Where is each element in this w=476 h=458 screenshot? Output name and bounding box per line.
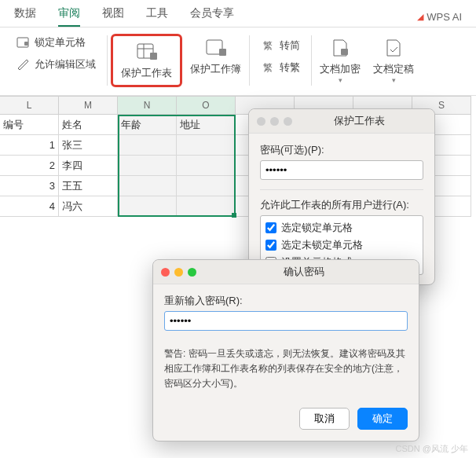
cell[interactable]: 张三 bbox=[59, 135, 118, 156]
cell[interactable] bbox=[177, 135, 236, 156]
svg-rect-8 bbox=[341, 49, 348, 55]
cell[interactable]: 3 bbox=[0, 176, 59, 196]
checkbox[interactable] bbox=[265, 240, 276, 251]
to-traditional-button[interactable]: 繁 转繁 bbox=[259, 59, 302, 76]
minimize-icon[interactable] bbox=[174, 268, 183, 277]
col-header[interactable]: M bbox=[59, 96, 118, 115]
tab-view[interactable]: 视图 bbox=[102, 6, 124, 27]
sheet-lock-icon bbox=[135, 41, 159, 63]
highlighted-button: 保护工作表 bbox=[111, 34, 182, 87]
file-check-icon bbox=[382, 37, 405, 59]
tab-member[interactable]: 会员专享 bbox=[190, 6, 234, 27]
cell[interactable]: 2 bbox=[0, 156, 59, 176]
label: 选定锁定单元格 bbox=[281, 221, 353, 235]
cell[interactable] bbox=[118, 135, 177, 156]
col-header[interactable]: N bbox=[118, 96, 177, 115]
chinese-icon: 繁 bbox=[261, 60, 275, 75]
permissions-label: 允许此工作表的所有用户进行(A): bbox=[260, 198, 423, 212]
cell[interactable]: 李四 bbox=[59, 156, 118, 176]
label: 锁定单元格 bbox=[35, 35, 86, 49]
cell[interactable]: 冯六 bbox=[59, 196, 118, 217]
label: 选定未锁定单元格 bbox=[281, 238, 363, 252]
dialog-title: 确认密码 bbox=[196, 265, 411, 279]
cell[interactable] bbox=[177, 196, 236, 217]
label: 文档加密 bbox=[320, 62, 361, 76]
wps-ai-icon: ◢ bbox=[417, 12, 423, 22]
cell[interactable]: 年龄 bbox=[118, 115, 177, 135]
file-lock-icon bbox=[328, 37, 352, 59]
cell[interactable]: 姓名 bbox=[59, 115, 118, 135]
cell[interactable] bbox=[177, 156, 236, 176]
dialog-titlebar[interactable]: 确认密码 bbox=[153, 260, 419, 284]
close-icon[interactable] bbox=[257, 117, 265, 126]
cell[interactable] bbox=[177, 176, 236, 196]
finalize-doc-button[interactable]: 文档定稿 ▾ bbox=[368, 34, 419, 87]
watermark: CSDN @风流 少年 bbox=[396, 443, 468, 455]
col-header[interactable]: O bbox=[177, 96, 236, 115]
chevron-down-icon: ▾ bbox=[339, 76, 342, 84]
cell[interactable] bbox=[118, 196, 177, 217]
label: 转繁 bbox=[280, 60, 300, 75]
label: 文档定稿 bbox=[373, 62, 414, 76]
tab-review[interactable]: 审阅 bbox=[58, 6, 80, 27]
tab-tools[interactable]: 工具 bbox=[146, 6, 168, 27]
password-label: 密码(可选)(P): bbox=[260, 143, 423, 157]
divider bbox=[107, 35, 108, 86]
tab-data[interactable]: 数据 bbox=[14, 6, 36, 27]
ribbon-toolbar: 锁定单元格 允许编辑区域 保护工作表 保护工作簿 繁 转简 繁 bbox=[0, 27, 476, 96]
cell[interactable]: 地址 bbox=[177, 115, 236, 135]
ok-button[interactable]: 确定 bbox=[357, 408, 408, 430]
maximize-icon[interactable] bbox=[284, 117, 292, 126]
confirm-password-dialog: 确认密码 重新输入密码(R): 警告: 密码一旦丢失或遗忘，则无法恢复。建议将密… bbox=[152, 259, 419, 442]
perm-item[interactable]: 选定锁定单元格 bbox=[265, 219, 418, 236]
protect-workbook-button[interactable]: 保护工作簿 bbox=[185, 34, 246, 79]
col-header[interactable]: L bbox=[0, 96, 59, 115]
maximize-icon[interactable] bbox=[188, 268, 196, 277]
dialog-titlebar[interactable]: 保护工作表 bbox=[249, 109, 434, 134]
lock-icon bbox=[16, 35, 30, 49]
allow-edit-range-button[interactable]: 允许编辑区域 bbox=[14, 56, 97, 73]
protect-sheet-button[interactable]: 保护工作表 bbox=[116, 38, 177, 83]
chinese-icon: 繁 bbox=[261, 38, 275, 53]
cancel-button[interactable]: 取消 bbox=[299, 408, 350, 430]
confirm-password-input[interactable] bbox=[164, 311, 408, 331]
workbook-lock-icon bbox=[204, 37, 228, 59]
cell[interactable] bbox=[118, 176, 177, 196]
close-icon[interactable] bbox=[161, 268, 170, 277]
wps-ai-button[interactable]: ◢ WPS AI bbox=[417, 6, 462, 27]
cell[interactable]: 王五 bbox=[59, 176, 118, 196]
password-input[interactable] bbox=[260, 160, 423, 180]
cell[interactable]: 4 bbox=[0, 196, 59, 217]
password-label: 重新输入密码(R): bbox=[164, 294, 408, 308]
checkbox[interactable] bbox=[265, 222, 276, 233]
label: 保护工作簿 bbox=[190, 62, 241, 76]
to-simplified-button[interactable]: 繁 转简 bbox=[259, 37, 302, 54]
cell[interactable] bbox=[118, 156, 177, 176]
pencil-range-icon bbox=[16, 57, 30, 71]
warning-text: 警告: 密码一旦丢失或遗忘，则无法恢复。建议将密码及其相应工作簿和工作表名称的列… bbox=[164, 346, 408, 392]
wps-ai-label: WPS AI bbox=[427, 11, 462, 23]
divider bbox=[311, 35, 312, 86]
dialog-title: 保护工作表 bbox=[292, 114, 427, 128]
lock-cell-button[interactable]: 锁定单元格 bbox=[14, 34, 97, 51]
label: 保护工作表 bbox=[121, 66, 172, 80]
minimize-icon[interactable] bbox=[270, 117, 279, 126]
divider bbox=[249, 35, 250, 86]
label: 允许编辑区域 bbox=[35, 57, 96, 71]
cell[interactable]: 编号 bbox=[0, 115, 59, 135]
label: 转简 bbox=[280, 38, 300, 53]
cell[interactable]: 1 bbox=[0, 135, 59, 156]
svg-rect-1 bbox=[24, 42, 28, 46]
svg-rect-7 bbox=[219, 49, 226, 56]
svg-rect-5 bbox=[150, 53, 157, 60]
encrypt-doc-button[interactable]: 文档加密 ▾ bbox=[315, 34, 365, 87]
perm-item[interactable]: 选定未锁定单元格 bbox=[265, 236, 418, 254]
chevron-down-icon: ▾ bbox=[392, 76, 396, 84]
